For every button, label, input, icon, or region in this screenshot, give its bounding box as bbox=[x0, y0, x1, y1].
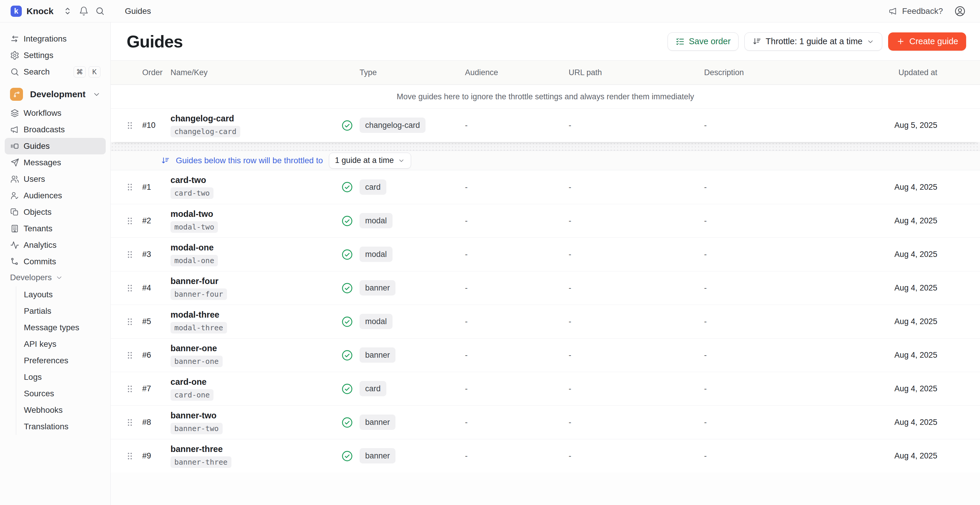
guide-name-cell: modal-one modal-one bbox=[170, 243, 341, 266]
sidebar-item[interactable]: Broadcasts bbox=[5, 121, 106, 138]
settings-icon bbox=[10, 51, 19, 60]
sidebar-item[interactable]: Workflows bbox=[5, 105, 106, 121]
drag-handle-icon[interactable] bbox=[124, 249, 135, 260]
bell-icon[interactable] bbox=[79, 6, 89, 16]
sidebar-item[interactable]: Search ⌘K bbox=[5, 64, 106, 80]
status-active-icon bbox=[341, 215, 354, 228]
kbd-cmd: ⌘ bbox=[74, 66, 86, 78]
sidebar-sub-item[interactable]: Partials bbox=[18, 303, 106, 319]
workspace-switcher[interactable]: k Knock bbox=[0, 6, 111, 17]
sidebar-sub-item[interactable]: Preferences bbox=[18, 352, 106, 369]
sidebar-sub-item[interactable]: Translations bbox=[18, 418, 106, 435]
guide-order: #8 bbox=[142, 418, 170, 427]
status-active-icon bbox=[341, 248, 354, 261]
drag-handle-icon[interactable] bbox=[124, 384, 135, 394]
guide-description: - bbox=[704, 317, 858, 326]
account-menu-button[interactable] bbox=[954, 5, 966, 17]
guide-row[interactable]: #7 card-one card-one card - - - Aug 4, 2… bbox=[111, 372, 980, 405]
guide-type-badge: banner bbox=[360, 448, 396, 464]
drag-handle-icon[interactable] bbox=[124, 350, 135, 361]
sidebar-item-label: Sources bbox=[24, 389, 54, 398]
sidebar: Integrations Settings Search ⌘K bbox=[0, 22, 111, 505]
guide-type-cell: modal bbox=[360, 216, 465, 225]
feedback-button[interactable]: Feedback? bbox=[888, 6, 943, 16]
page-header: Guides Save order Throttle: 1 guide at a… bbox=[111, 22, 980, 61]
drag-handle-icon[interactable] bbox=[124, 283, 135, 293]
sidebar-item[interactable]: Integrations bbox=[5, 31, 106, 47]
guide-name[interactable]: banner-three bbox=[170, 444, 223, 454]
sidebar-item[interactable]: Commits bbox=[5, 253, 106, 270]
throttle-divider-row: Guides below this row will be throttled … bbox=[111, 151, 980, 170]
sidebar-item-label: Translations bbox=[24, 422, 68, 431]
guide-name-cell: banner-three banner-three bbox=[170, 444, 341, 468]
environment-switcher[interactable]: Development bbox=[5, 85, 106, 104]
sidebar-item[interactable]: Settings bbox=[5, 47, 106, 64]
guide-row[interactable]: #6 banner-one banner-one banner - - - Au… bbox=[111, 338, 980, 372]
topbar-search-icon[interactable] bbox=[95, 6, 105, 16]
guide-name[interactable]: card-one bbox=[170, 377, 207, 387]
col-order: Order bbox=[142, 68, 170, 77]
sort-desc-icon bbox=[752, 37, 762, 46]
sidebar-sub-item[interactable]: Webhooks bbox=[18, 402, 106, 418]
sidebar-sub-item[interactable]: API keys bbox=[18, 336, 106, 352]
guide-name[interactable]: banner-four bbox=[170, 276, 218, 286]
guide-url-path: - bbox=[569, 317, 704, 326]
guide-name[interactable]: modal-one bbox=[170, 243, 214, 253]
guide-name[interactable]: banner-one bbox=[170, 344, 217, 353]
throttle-divider-icon bbox=[161, 156, 170, 165]
throttle-dropdown-button[interactable]: Throttle: 1 guide at a time bbox=[745, 32, 882, 51]
guides-icon bbox=[10, 142, 19, 151]
guide-row[interactable]: #9 banner-three banner-three banner - - … bbox=[111, 439, 980, 473]
sidebar-sub-item[interactable]: Layouts bbox=[18, 287, 106, 303]
drag-handle-icon[interactable] bbox=[124, 182, 135, 193]
guide-row[interactable]: #3 modal-one modal-one modal - - - Aug 4… bbox=[111, 237, 980, 271]
guide-name[interactable]: card-two bbox=[170, 175, 206, 185]
sidebar-item[interactable]: Messages bbox=[5, 155, 106, 171]
guide-row[interactable]: #1 card-two card-two card - - - Aug 4, 2… bbox=[111, 170, 980, 204]
save-order-button[interactable]: Save order bbox=[668, 32, 738, 51]
guide-type-cell: card bbox=[360, 384, 465, 393]
sidebar-item[interactable]: Users bbox=[5, 171, 106, 187]
guide-type-cell: card bbox=[360, 183, 465, 192]
page-title: Guides bbox=[127, 32, 183, 51]
drag-handle-icon[interactable] bbox=[124, 120, 135, 131]
guide-name[interactable]: banner-two bbox=[170, 411, 216, 421]
guide-row[interactable]: #2 modal-two modal-two modal - - - Aug 4… bbox=[111, 204, 980, 237]
developers-section-toggle[interactable]: Developers bbox=[5, 270, 106, 285]
guide-updated-at: Aug 4, 2025 bbox=[894, 284, 937, 293]
guide-updated-at: Aug 4, 2025 bbox=[894, 317, 937, 326]
guide-updated-at: Aug 4, 2025 bbox=[894, 451, 937, 460]
sidebar-sub-item[interactable]: Logs bbox=[18, 369, 106, 386]
guide-key-badge: modal-two bbox=[170, 221, 218, 233]
drag-handle-icon[interactable] bbox=[124, 317, 135, 327]
guide-row[interactable]: #4 banner-four banner-four banner - - - … bbox=[111, 271, 980, 305]
guide-description: - bbox=[704, 216, 858, 225]
sidebar-item[interactable]: Analytics bbox=[5, 237, 106, 253]
guide-name[interactable]: changelog-card bbox=[170, 114, 234, 123]
sidebar-item[interactable]: Audiences bbox=[5, 187, 106, 204]
guide-row[interactable]: #10 changelog-card changelog-card change… bbox=[111, 108, 980, 142]
create-guide-button[interactable]: Create guide bbox=[888, 32, 966, 51]
drag-handle-icon[interactable] bbox=[124, 417, 135, 428]
drag-handle-icon[interactable] bbox=[124, 451, 135, 461]
sidebar-item[interactable]: Tenants bbox=[5, 220, 106, 237]
throttle-level-select[interactable]: 1 guide at a time bbox=[329, 153, 411, 169]
guide-name-cell: banner-two banner-two bbox=[170, 411, 341, 434]
chevron-down-icon bbox=[398, 157, 405, 164]
guide-url-path: - bbox=[569, 216, 704, 225]
sidebar-item-label: Message types bbox=[24, 323, 79, 332]
sidebar-item[interactable]: Guides bbox=[5, 138, 106, 155]
sidebar-sub-item[interactable]: Message types bbox=[18, 319, 106, 336]
sidebar-item-label: Partials bbox=[24, 306, 51, 316]
sidebar-sub-item[interactable]: Sources bbox=[18, 386, 106, 402]
unfold-icon[interactable] bbox=[63, 6, 72, 16]
plus-icon bbox=[896, 37, 905, 46]
sidebar-item-label: Users bbox=[24, 174, 45, 184]
guide-row[interactable]: #5 modal-three modal-three modal - - - A… bbox=[111, 305, 980, 338]
guide-row[interactable]: #8 banner-two banner-two banner - - - Au… bbox=[111, 405, 980, 439]
guide-type-badge: banner bbox=[360, 280, 396, 296]
guide-name[interactable]: modal-three bbox=[170, 310, 220, 320]
guide-name[interactable]: modal-two bbox=[170, 209, 213, 219]
sidebar-item[interactable]: Objects bbox=[5, 204, 106, 220]
drag-handle-icon[interactable] bbox=[124, 216, 135, 226]
